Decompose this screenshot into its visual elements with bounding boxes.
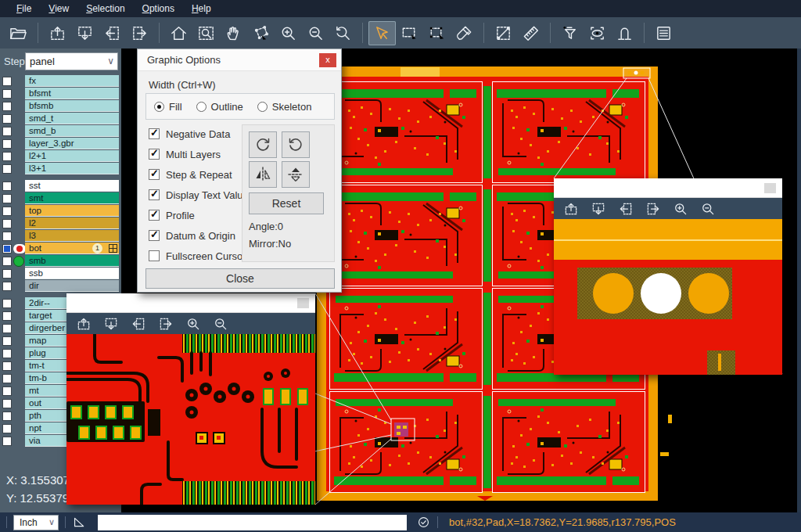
clear-brush-button[interactable] xyxy=(451,21,478,45)
zoom-in-button[interactable] xyxy=(275,21,302,45)
filter-button[interactable] xyxy=(556,21,584,45)
menu-options[interactable]: Options xyxy=(134,3,183,14)
view-options-button[interactable] xyxy=(584,21,611,45)
layer-item-l3[interactable]: l3 xyxy=(25,230,119,242)
layer-item-dir[interactable]: dir xyxy=(25,280,119,292)
pan-hand-button[interactable] xyxy=(220,21,247,45)
open-file-button[interactable] xyxy=(5,21,32,45)
home-view-button[interactable] xyxy=(165,21,192,45)
zoom-in-icon[interactable] xyxy=(185,316,201,332)
pan-up-icon[interactable] xyxy=(563,201,579,217)
layer-item-smb[interactable]: smb xyxy=(25,255,119,267)
pan-up-button[interactable] xyxy=(44,21,71,45)
previous-view-button[interactable] xyxy=(329,21,357,45)
dialog-title[interactable]: Graphic Options xyxy=(138,49,341,71)
layer-visibility-checkbox[interactable] xyxy=(2,361,12,371)
radio-outline[interactable]: Outline xyxy=(196,101,243,113)
polygon-select-button[interactable] xyxy=(247,21,275,45)
grid-icon[interactable] xyxy=(109,244,117,253)
ruler-button[interactable] xyxy=(517,21,544,45)
radio-skeleton[interactable]: Skeleton xyxy=(257,101,312,113)
layer-visibility-checkbox[interactable] xyxy=(2,139,12,149)
unit-dropdown[interactable]: Inch∨ xyxy=(13,515,59,530)
zoom-out-icon[interactable] xyxy=(700,201,716,217)
checkbox-step-repeat[interactable]: Step & Repeat xyxy=(149,168,232,181)
zoom-in-icon[interactable] xyxy=(673,201,688,217)
magnifier-view[interactable] xyxy=(554,219,782,375)
pan-left-icon[interactable] xyxy=(618,201,634,217)
layer-visibility-checkbox[interactable] xyxy=(2,257,12,266)
apply-button[interactable] xyxy=(416,515,431,530)
layer-visibility-checkbox[interactable] xyxy=(2,152,12,161)
layer-item-fx[interactable]: fx xyxy=(25,75,119,87)
rotate-cw-button[interactable] xyxy=(249,131,277,158)
layer-item-l3plus1[interactable]: l3+1 xyxy=(25,163,119,174)
zoom-out-button[interactable] xyxy=(302,21,329,45)
layer-visibility-checkbox[interactable] xyxy=(2,232,12,241)
mirror-horizontal-button[interactable] xyxy=(249,161,277,188)
pan-up-icon[interactable] xyxy=(76,316,92,332)
layer-item-bot[interactable]: bot xyxy=(25,243,119,254)
magnifier-view[interactable] xyxy=(66,334,315,505)
layer-item-bfsmb[interactable]: bfsmb xyxy=(25,100,119,112)
layer-visibility-checkbox[interactable] xyxy=(2,89,12,99)
zoom-out-icon[interactable] xyxy=(213,316,228,332)
layer-visibility-checkbox[interactable] xyxy=(2,194,12,203)
snap-button[interactable] xyxy=(611,21,638,45)
layer-visibility-checkbox[interactable] xyxy=(2,324,12,333)
layer-visibility-checkbox[interactable] xyxy=(2,219,12,228)
layer-item-top[interactable]: top xyxy=(25,205,119,217)
layer-item-l2[interactable]: l2 xyxy=(25,217,119,229)
pan-right-icon[interactable] xyxy=(158,316,174,332)
pan-right-icon[interactable] xyxy=(645,201,661,217)
corner-measure-icon[interactable] xyxy=(72,515,87,530)
layer-visibility-checkbox[interactable] xyxy=(2,164,12,174)
zoom-window-button[interactable] xyxy=(192,21,220,45)
menu-help[interactable]: Help xyxy=(183,3,220,14)
pan-right-button[interactable] xyxy=(126,21,153,45)
reset-button[interactable]: Reset xyxy=(249,192,324,214)
mirror-vertical-button[interactable] xyxy=(282,161,310,188)
checkbox-negative-data[interactable]: Negative Data xyxy=(149,128,230,140)
layer-visibility-checkbox[interactable] xyxy=(2,207,12,216)
pan-down-button[interactable] xyxy=(71,21,99,45)
layer-item-layer_3-gbr[interactable]: layer_3.gbr xyxy=(25,138,119,149)
layer-visibility-checkbox[interactable] xyxy=(2,374,12,383)
layer-visibility-checkbox[interactable] xyxy=(2,311,12,321)
pan-down-icon[interactable] xyxy=(591,201,606,217)
menu-file[interactable]: File xyxy=(8,3,40,14)
rect-select-button[interactable] xyxy=(396,21,423,45)
popup-resize-button[interactable] xyxy=(764,183,776,193)
layer-visibility-checkbox[interactable] xyxy=(2,77,12,86)
dialog-close-button[interactable]: Close xyxy=(145,268,335,289)
rotate-ccw-button[interactable] xyxy=(282,131,310,158)
close-icon[interactable]: x xyxy=(319,53,336,67)
layer-visibility-checkbox[interactable] xyxy=(2,244,12,253)
layer-visibility-checkbox[interactable] xyxy=(2,349,12,358)
pan-left-icon[interactable] xyxy=(131,316,146,332)
layers-panel-button[interactable] xyxy=(650,21,677,45)
pan-left-button[interactable] xyxy=(99,21,126,45)
checkbox-multi-layers[interactable]: Multi Layers xyxy=(149,148,221,160)
layer-visibility-checkbox[interactable] xyxy=(2,182,12,191)
layer-visibility-checkbox[interactable] xyxy=(2,437,12,446)
layer-item-smd_t[interactable]: smd_t xyxy=(25,113,119,124)
layer-item-smt[interactable]: smt xyxy=(25,192,119,204)
select-tool-button[interactable] xyxy=(368,21,396,45)
layer-item-bfsmt[interactable]: bfsmt xyxy=(25,88,119,99)
layer-item-l2plus1[interactable]: l2+1 xyxy=(25,150,119,162)
measure-line-button[interactable] xyxy=(490,21,517,45)
layer-visibility-checkbox[interactable] xyxy=(2,424,12,433)
layer-visibility-checkbox[interactable] xyxy=(2,299,12,308)
checkbox-display-text-value[interactable]: Display Text Value xyxy=(149,189,249,201)
group-select-button[interactable] xyxy=(423,21,451,45)
layer-item-smd_b[interactable]: smd_b xyxy=(25,125,119,137)
layer-visibility-checkbox[interactable] xyxy=(2,269,12,279)
checkbox-fullscreen-cursor[interactable]: Fullscreen Cursor xyxy=(149,250,246,262)
menu-selection[interactable]: Selection xyxy=(77,3,133,14)
step-dropdown[interactable]: panel∨ xyxy=(25,52,118,70)
layer-item-sst[interactable]: sst xyxy=(25,180,119,192)
checkbox-profile[interactable]: Profile xyxy=(149,209,195,221)
magnifier-titlebar[interactable] xyxy=(554,178,782,198)
pan-down-icon[interactable] xyxy=(103,316,119,332)
